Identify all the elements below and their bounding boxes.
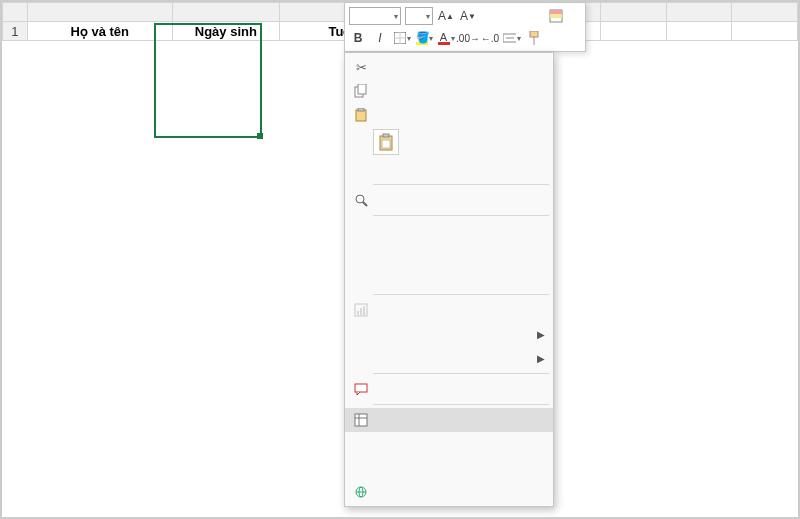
menu-sort[interactable]: ▶	[345, 346, 553, 370]
menu-cut[interactable]: ✂	[345, 55, 553, 79]
comma-format-icon[interactable]	[525, 7, 543, 25]
col-header[interactable]	[732, 3, 798, 22]
svg-rect-19	[355, 304, 367, 316]
svg-rect-11	[358, 84, 366, 94]
col-header[interactable]	[172, 3, 279, 22]
font-color-icon[interactable]: A▾	[437, 29, 455, 47]
menu-pick-from-list[interactable]	[345, 432, 553, 456]
menu-separator	[373, 294, 549, 295]
col-header[interactable]	[601, 3, 667, 22]
comment-icon	[349, 383, 373, 395]
row-header[interactable]: 1	[3, 22, 28, 41]
smart-lookup-icon	[349, 193, 373, 207]
hyperlink-icon	[349, 485, 373, 499]
italic-icon[interactable]: I	[371, 29, 389, 47]
svg-rect-6	[503, 34, 516, 42]
svg-line-18	[363, 202, 367, 206]
submenu-arrow-icon: ▶	[537, 329, 545, 340]
fill-color-icon[interactable]: 🪣▾	[415, 29, 433, 47]
cell[interactable]: Ngày sinh	[172, 22, 279, 41]
clipboard-icon	[378, 133, 394, 151]
format-cells-icon	[349, 413, 373, 427]
menu-separator	[373, 184, 549, 185]
svg-rect-13	[358, 108, 364, 111]
font-size-combo[interactable]	[405, 7, 433, 25]
menu-separator	[373, 373, 549, 374]
svg-rect-10	[355, 87, 363, 97]
fill-handle[interactable]	[257, 133, 263, 139]
increase-font-icon[interactable]: A▲	[437, 7, 455, 25]
menu-clear-contents[interactable]	[345, 267, 553, 291]
menu-format-cells[interactable]	[345, 408, 553, 432]
conditional-format-icon[interactable]	[547, 7, 565, 25]
svg-rect-16	[382, 140, 390, 148]
col-header[interactable]	[666, 3, 732, 22]
svg-point-17	[356, 195, 364, 203]
copy-icon	[349, 84, 373, 98]
menu-quick-analysis	[345, 298, 553, 322]
svg-rect-14	[380, 136, 392, 150]
menu-separator	[373, 215, 549, 216]
svg-rect-23	[355, 384, 367, 392]
menu-paste-special[interactable]	[345, 157, 553, 181]
menu-insert-comment[interactable]	[345, 377, 553, 401]
svg-point-27	[356, 487, 366, 497]
select-all-corner[interactable]	[3, 3, 28, 22]
svg-rect-24	[355, 414, 367, 426]
svg-rect-12	[356, 110, 366, 121]
paste-option-button[interactable]	[345, 127, 553, 157]
context-menu: ✂	[344, 52, 554, 507]
cell[interactable]	[732, 22, 798, 41]
svg-rect-2	[550, 14, 562, 18]
svg-rect-0	[550, 10, 562, 22]
svg-rect-20	[357, 311, 359, 315]
format-painter-icon[interactable]	[525, 29, 543, 47]
bold-icon[interactable]: B	[349, 29, 367, 47]
svg-rect-15	[383, 134, 389, 137]
borders-icon[interactable]: ▾	[393, 29, 411, 47]
menu-smart-lookup[interactable]	[345, 188, 553, 212]
quick-analysis-icon	[349, 303, 373, 317]
cell[interactable]	[601, 22, 667, 41]
menu-hyperlink[interactable]	[345, 480, 553, 504]
svg-point-28	[359, 487, 363, 497]
submenu-arrow-icon: ▶	[537, 353, 545, 364]
decrease-font-icon[interactable]: A▼	[459, 7, 477, 25]
increase-decimal-icon[interactable]: .00→	[459, 29, 477, 47]
menu-define-name[interactable]	[345, 456, 553, 480]
paste-icon	[349, 108, 373, 122]
decrease-decimal-icon[interactable]: ←.0	[481, 29, 499, 47]
svg-rect-1	[550, 10, 562, 14]
menu-insert[interactable]	[345, 219, 553, 243]
svg-rect-3	[394, 32, 406, 44]
menu-separator	[373, 404, 549, 405]
svg-rect-8	[530, 31, 538, 37]
svg-rect-21	[360, 308, 362, 315]
mini-toolbar: A▲ A▼ B I ▾ 🪣▾ A▾ .00→ ←.0 ▾	[344, 2, 586, 52]
menu-paste-options[interactable]	[345, 103, 553, 127]
menu-filter[interactable]: ▶	[345, 322, 553, 346]
accounting-format-icon[interactable]	[481, 7, 499, 25]
cell[interactable]: Họ và tên	[27, 22, 172, 41]
menu-delete[interactable]	[345, 243, 553, 267]
svg-rect-22	[363, 306, 365, 315]
font-family-combo[interactable]	[349, 7, 401, 25]
merge-center-icon[interactable]: ▾	[503, 29, 521, 47]
menu-copy[interactable]	[345, 79, 553, 103]
cell[interactable]	[666, 22, 732, 41]
percent-format-icon[interactable]	[503, 7, 521, 25]
cut-icon: ✂	[349, 60, 373, 75]
col-header[interactable]	[27, 3, 172, 22]
